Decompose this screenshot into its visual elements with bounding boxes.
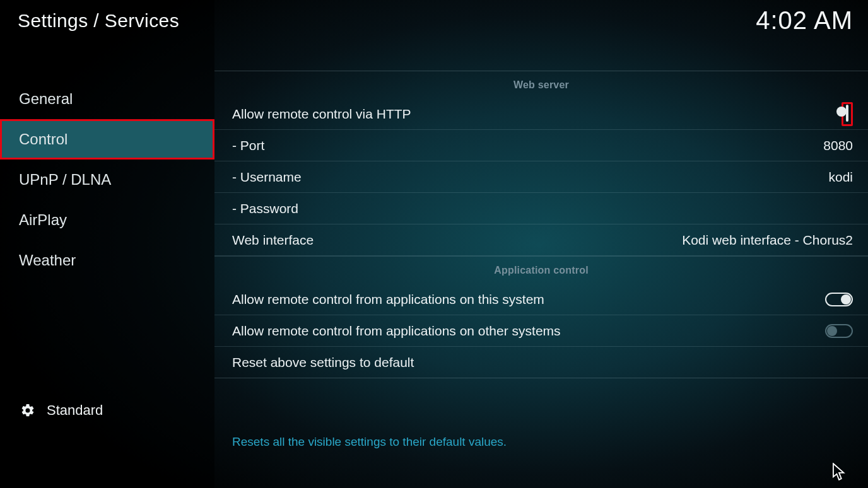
row-username[interactable]: - Username kodi bbox=[214, 161, 868, 193]
row-web-interface[interactable]: Web interface Kodi web interface - Choru… bbox=[214, 224, 868, 256]
sidebar-item-weather[interactable]: Weather bbox=[0, 240, 214, 281]
section-title-web-server: Web server bbox=[214, 71, 868, 98]
breadcrumb: Settings / Services bbox=[18, 10, 179, 32]
sidebar: General Control UPnP / DLNA AirPlay Weat… bbox=[0, 0, 214, 488]
sidebar-item-control[interactable]: Control bbox=[0, 119, 214, 160]
row-web-interface-label: Web interface bbox=[232, 233, 314, 248]
row-port[interactable]: - Port 8080 bbox=[214, 130, 868, 161]
row-username-value: kodi bbox=[828, 170, 853, 185]
row-password[interactable]: - Password bbox=[214, 193, 868, 224]
row-port-label: - Port bbox=[232, 138, 264, 153]
settings-level-button[interactable]: Standard bbox=[0, 393, 214, 428]
sidebar-list: General Control UPnP / DLNA AirPlay Weat… bbox=[0, 79, 214, 281]
row-rc-other-systems[interactable]: Allow remote control from applications o… bbox=[214, 315, 868, 347]
toggle-allow-http[interactable] bbox=[846, 105, 848, 122]
row-port-value: 8080 bbox=[823, 138, 853, 153]
cursor-icon bbox=[833, 463, 847, 482]
sidebar-item-upnp[interactable]: UPnP / DLNA bbox=[0, 160, 214, 200]
toggle-rc-other-systems[interactable] bbox=[825, 324, 853, 338]
toggle-knob bbox=[827, 326, 837, 336]
main-panel: Web server Allow remote control via HTTP… bbox=[214, 71, 868, 488]
row-reset-defaults-label: Reset above settings to default bbox=[232, 355, 414, 370]
description-hint: Resets all the visible settings to their… bbox=[232, 435, 507, 449]
clock: 4:02 AM bbox=[756, 6, 853, 35]
highlight-box bbox=[842, 102, 853, 126]
row-password-label: - Password bbox=[232, 201, 298, 216]
settings-level-label: Standard bbox=[47, 402, 103, 419]
row-rc-this-system-label: Allow remote control from applications o… bbox=[232, 292, 544, 307]
row-web-interface-value: Kodi web interface - Chorus2 bbox=[682, 233, 853, 248]
row-allow-http[interactable]: Allow remote control via HTTP bbox=[214, 98, 868, 130]
row-rc-this-system[interactable]: Allow remote control from applications o… bbox=[214, 284, 868, 315]
row-allow-http-label: Allow remote control via HTTP bbox=[232, 107, 411, 122]
header: Settings / Services 4:02 AM bbox=[0, 0, 868, 41]
toggle-knob bbox=[841, 294, 851, 305]
row-rc-other-systems-label: Allow remote control from applications o… bbox=[232, 323, 561, 339]
row-username-label: - Username bbox=[232, 170, 302, 185]
toggle-knob bbox=[836, 107, 847, 117]
toggle-rc-this-system[interactable] bbox=[825, 293, 853, 306]
row-reset-defaults[interactable]: Reset above settings to default bbox=[214, 347, 868, 378]
sidebar-item-airplay[interactable]: AirPlay bbox=[0, 200, 214, 240]
gear-icon bbox=[20, 403, 35, 418]
section-title-app-control: Application control bbox=[214, 256, 868, 284]
sidebar-item-general[interactable]: General bbox=[0, 79, 214, 119]
